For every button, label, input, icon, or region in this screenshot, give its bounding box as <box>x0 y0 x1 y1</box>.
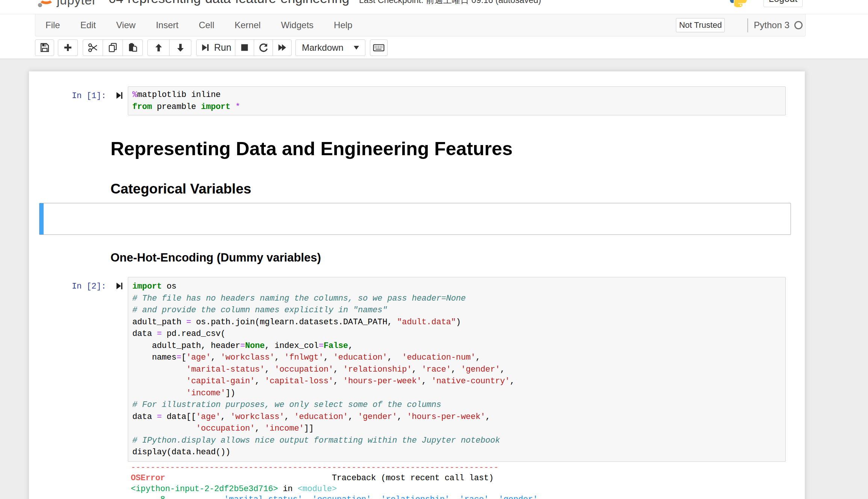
code-token-st: 'capital-loss' <box>265 377 333 386</box>
code-token-t: ) <box>456 318 461 327</box>
code-token-t: matplotlib inline <box>137 90 221 100</box>
code-token-t: , <box>211 353 221 362</box>
code-token-kw: None <box>245 341 265 351</box>
menu-item-widgets[interactable]: Widgets <box>271 14 324 36</box>
code-token-st: 'income' <box>265 424 304 433</box>
insert-cell-below-button[interactable] <box>58 39 78 56</box>
code-token-op: = <box>319 341 324 351</box>
menu-item-label: Cell <box>189 14 224 36</box>
restart-run-all-button[interactable] <box>273 39 292 56</box>
run-cell-marker-icon[interactable] <box>116 91 125 104</box>
toolbar-group-2 <box>83 39 143 56</box>
out-token-t: , <box>489 495 498 499</box>
move-cell-down-button[interactable] <box>169 39 191 56</box>
code-token-st: 'gender' <box>358 412 397 422</box>
out-token-ansi-blue: 'occupation' <box>312 495 371 499</box>
menu-list: FileEditViewInsertCellKernelWidgetsHelp <box>35 14 362 36</box>
menu-item-help[interactable]: Help <box>324 14 362 36</box>
code-token-t: , index_col <box>265 341 318 351</box>
code-cell[interactable]: In [1]:%matplotlib inlinefrom preamble i… <box>39 86 791 115</box>
code-token-t <box>132 365 186 374</box>
code-cell[interactable]: In [2]:import os# The file has no header… <box>39 277 791 462</box>
code-input-area[interactable]: %matplotlib inlinefrom preamble import * <box>128 86 786 115</box>
paste-cells-button[interactable] <box>123 39 143 56</box>
out-token-t: , <box>371 495 381 499</box>
run-cell-marker-icon[interactable] <box>116 282 125 295</box>
code-line: import os <box>132 281 782 293</box>
code-line: %matplotlib inline <box>132 89 782 101</box>
code-line: # The file has no headers naming the col… <box>132 293 782 305</box>
copy-cells-button[interactable] <box>103 39 123 56</box>
code-token-kw: import <box>201 102 230 112</box>
code-line: # IPython.display allows nice output for… <box>132 435 782 447</box>
jupyter-logo-dot-icon <box>38 3 42 7</box>
notebook-title[interactable]: 04-representing-data-feature-engineering <box>109 0 349 6</box>
toolbar-group-3 <box>147 39 191 56</box>
markdown-cell[interactable]: Representing Data and Engineering Featur… <box>39 138 791 160</box>
code-token-t: data[[ <box>162 412 196 422</box>
code-token-st: 'fnlwgt' <box>284 353 323 362</box>
code-token-t: pd.read_csv( <box>162 329 226 339</box>
move-cell-up-button[interactable] <box>147 39 170 56</box>
toolbar-group-4: Run <box>196 39 292 56</box>
menu-item-file[interactable]: File <box>35 14 70 36</box>
menubar-divider <box>747 18 748 32</box>
out-token-ansi-cyan: <module> <box>297 484 336 494</box>
code-line: 'capital-gain', 'capital-loss', 'hours-p… <box>132 375 782 387</box>
code-token-t: , <box>451 365 461 374</box>
kernel-name-label[interactable]: Python 3 <box>754 20 789 30</box>
out-token-ansi-red-bold: OSError <box>131 473 165 483</box>
restart-kernel-button[interactable] <box>254 39 273 56</box>
out-token-ansi-green: 8 <box>131 495 165 499</box>
code-line: data = data[['age', 'workclass', 'educat… <box>132 411 782 423</box>
cut-cells-button[interactable] <box>83 39 103 56</box>
cut-icon <box>88 42 98 53</box>
code-token-t: , <box>284 412 294 422</box>
markdown-heading-h3: One-Hot-Encoding (Dummy variables) <box>111 251 791 265</box>
markdown-cell[interactable]: Categorical Variables <box>39 181 791 197</box>
menu-item-kernel[interactable]: Kernel <box>224 14 271 36</box>
code-input-area[interactable]: import os# The file has no headers namin… <box>128 277 786 462</box>
code-line: 'occupation', 'income']] <box>132 423 782 435</box>
code-token-t: , <box>255 377 265 386</box>
code-token-t <box>132 377 186 386</box>
input-prompt: In [2]: <box>39 277 128 462</box>
code-token-cm: # IPython.display allows nice output for… <box>132 436 500 445</box>
code-line: adult_path, header=None, index_col=False… <box>132 340 782 352</box>
input-prompt: In [1]: <box>39 86 128 115</box>
markdown-cell[interactable]: One-Hot-Encoding (Dummy variables) <box>39 251 791 265</box>
code-token-cm: # For illustration purposes, we only sel… <box>132 400 441 410</box>
cell-type-dropdown[interactable]: Markdown <box>295 39 365 56</box>
toolbar-group-1 <box>58 39 78 56</box>
code-token-t: [ <box>181 353 186 362</box>
code-token-st: 'occupation' <box>274 365 333 374</box>
code-line: from preamble import * <box>132 101 782 113</box>
command-palette-button[interactable] <box>370 39 388 56</box>
step-forward-icon <box>116 282 125 291</box>
code-token-t: , <box>265 365 274 374</box>
code-token-t: , <box>485 412 490 422</box>
selected-empty-cell[interactable] <box>39 203 791 235</box>
save-button[interactable] <box>35 39 54 56</box>
code-token-st: 'race' <box>422 365 451 374</box>
trust-indicator-button[interactable]: Not Trusted <box>676 18 725 32</box>
out-token-ansi-blue: 'race' <box>459 495 489 499</box>
logout-button[interactable]: Logout <box>763 0 803 7</box>
run-button[interactable]: Run <box>196 39 235 56</box>
code-token-t: , <box>255 424 265 433</box>
menu-item-edit[interactable]: Edit <box>70 14 106 36</box>
menu-item-view[interactable]: View <box>106 14 146 36</box>
code-line: 'income']) <box>132 387 782 399</box>
paste-icon <box>128 42 138 53</box>
out-token-ansi-red: ----------------------------------------… <box>131 463 498 472</box>
interrupt-kernel-button[interactable] <box>235 39 254 56</box>
menu-item-insert[interactable]: Insert <box>146 14 189 36</box>
code-token-t: , <box>397 412 407 422</box>
code-line: data = pd.read_csv( <box>132 328 782 340</box>
menu-item-cell[interactable]: Cell <box>189 14 224 36</box>
code-token-op: = <box>176 353 181 362</box>
code-token-st: 'workclass' <box>230 412 284 422</box>
code-token-st: 'hours-per-week' <box>343 377 422 386</box>
code-token-t: , <box>348 412 358 422</box>
jupyter-logo[interactable]: jupyter <box>57 0 97 6</box>
